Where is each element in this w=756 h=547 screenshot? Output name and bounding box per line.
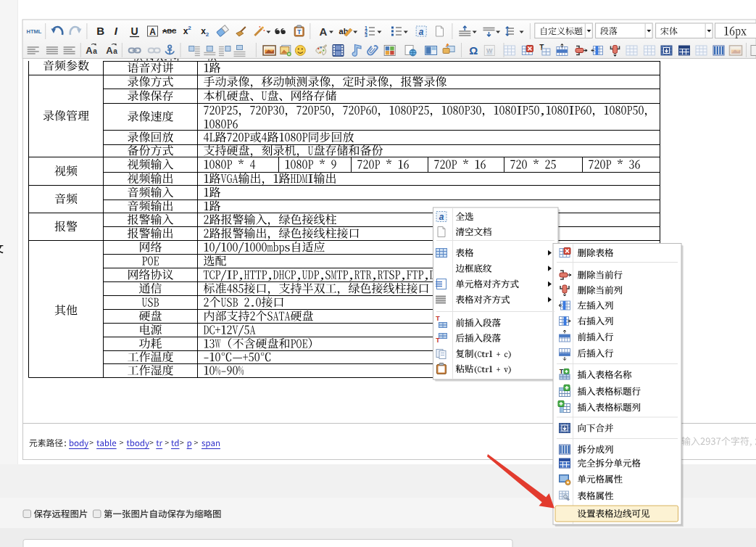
svg-text:a: a: [93, 47, 97, 55]
svg-text:T: T: [560, 368, 564, 375]
svg-text:2: 2: [206, 31, 209, 38]
svg-text:HTML: HTML: [27, 28, 42, 35]
svg-text:A: A: [106, 45, 113, 56]
svg-text:A: A: [320, 25, 328, 38]
svg-text:Ω: Ω: [469, 44, 478, 57]
svg-text:A: A: [86, 45, 93, 56]
svg-text:a: a: [419, 27, 424, 37]
svg-text:A: A: [149, 27, 156, 37]
svg-text:T: T: [436, 337, 440, 344]
svg-text:a: a: [113, 47, 117, 55]
svg-text:a: a: [439, 212, 444, 222]
svg-text:T: T: [297, 28, 302, 36]
svg-text:U: U: [130, 25, 138, 37]
svg-text:B: B: [96, 25, 104, 37]
svg-text:T: T: [436, 315, 440, 322]
svg-text:3: 3: [365, 33, 367, 38]
svg-text:2: 2: [188, 25, 191, 31]
